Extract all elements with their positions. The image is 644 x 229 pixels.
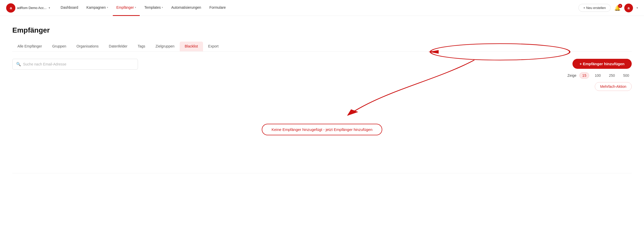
search-actions-row: 🔍 + Empfänger hinzufügen Zeige 15 100 25… [12, 59, 632, 91]
tab-datenfelder[interactable]: Datenfelder [104, 42, 133, 51]
tab-alle-empfaenger[interactable]: Alle Empfänger [12, 42, 47, 51]
avatar-chevron-icon[interactable]: ▾ [637, 6, 638, 9]
zeige-15[interactable]: 15 [579, 72, 589, 79]
empfaenger-chevron-icon: ▾ [135, 6, 136, 9]
page-title: Empfänger [12, 26, 632, 34]
kampagnen-chevron-icon: ▾ [107, 6, 108, 9]
tab-tags[interactable]: Tags [133, 42, 150, 51]
tab-organisations[interactable]: Organisations [71, 42, 104, 51]
tab-zielgruppen[interactable]: Zielgruppen [150, 42, 180, 51]
nav-item-formulare[interactable]: Formulare [206, 0, 229, 16]
nav-right: + Neu erstellen 🔔 0 a ▾ [578, 4, 638, 12]
empty-state-message: Keine Empfänger hinzugefügt - jetzt Empf… [262, 124, 382, 135]
tab-gruppen[interactable]: Gruppen [47, 42, 71, 51]
brand-icon: a [6, 3, 15, 13]
avatar-button[interactable]: a [624, 4, 633, 12]
nav-item-kampagnen[interactable]: Kampagnen ▾ [83, 0, 112, 16]
zeige-label: Zeige [567, 73, 576, 78]
nav-item-automatisierungen[interactable]: Automatisierungen [168, 0, 205, 16]
tab-export[interactable]: Export [203, 42, 224, 51]
nav-item-dashboard[interactable]: Dashboard [57, 0, 82, 16]
mehrfach-aktion-button[interactable]: Mehrfach-Aktion [595, 82, 632, 91]
add-recipient-button[interactable]: + Empfänger hinzufügen [572, 59, 632, 69]
nav-item-empfaenger[interactable]: Empfänger ▾ [113, 0, 140, 16]
nav-item-templates[interactable]: Templates ▾ [141, 0, 167, 16]
content-area: Keine Empfänger hinzugefügt - jetzt Empf… [12, 96, 632, 173]
tab-blacklist[interactable]: Blacklist [180, 42, 203, 51]
navbar: a adRom Demo Acc... ▾ Dashboard Kampagne… [0, 0, 644, 16]
brand-chevron-icon: ▾ [49, 6, 50, 9]
right-controls: + Empfänger hinzufügen Zeige 15 100 250 … [567, 59, 632, 91]
search-input[interactable] [23, 62, 134, 66]
brand-logo[interactable]: a adRom Demo Acc... ▾ [6, 3, 50, 13]
zeige-100[interactable]: 100 [592, 73, 603, 78]
empty-state-area: Keine Empfänger hinzugefügt - jetzt Empf… [12, 96, 632, 163]
main-content: Empfänger Alle Empfänger Gruppen Organis… [0, 16, 644, 184]
zeige-500[interactable]: 500 [621, 73, 632, 78]
brand-name: adRom Demo Acc... [17, 6, 47, 10]
templates-chevron-icon: ▾ [162, 6, 163, 9]
tabs-bar: Alle Empfänger Gruppen Organisations Dat… [12, 42, 632, 52]
notifications-button[interactable]: 🔔 0 [614, 5, 621, 11]
search-wrapper: 🔍 [12, 59, 138, 70]
nav-links: Dashboard Kampagnen ▾ Empfänger ▾ Templa… [57, 0, 579, 16]
neu-erstellen-button[interactable]: + Neu erstellen [578, 4, 611, 12]
notification-badge: 0 [618, 4, 622, 8]
zeige-250[interactable]: 250 [606, 73, 617, 78]
zeige-row: Zeige 15 100 250 500 [567, 72, 632, 79]
search-icon: 🔍 [16, 62, 21, 66]
